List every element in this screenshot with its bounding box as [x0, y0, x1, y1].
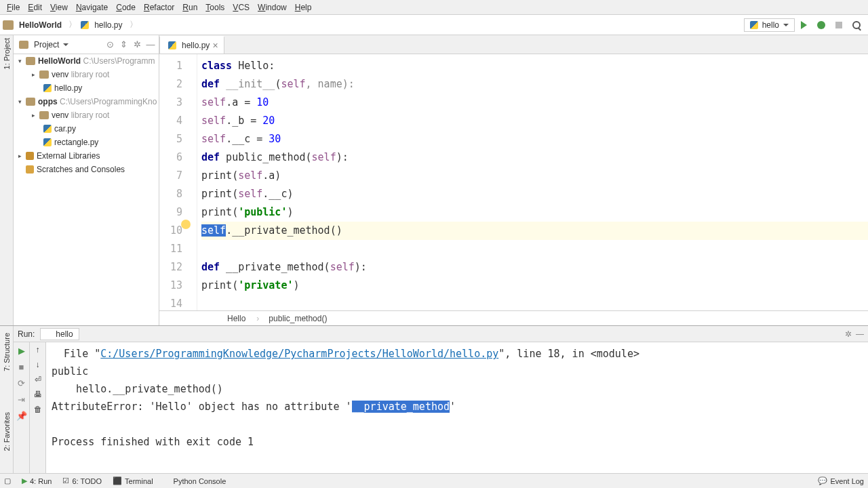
folder-icon [26, 57, 35, 65]
search-everywhere-button[interactable] [849, 18, 864, 33]
menu-code[interactable]: Code [112, 1, 140, 14]
code-editor[interactable]: 1234567891011121314 class Hello: def __i… [159, 54, 868, 310]
tree-opps[interactable]: opps [38, 97, 58, 106]
bottom-tool-stripe: ▢ ▶4: Run ☑6: TODO ⬛Terminal Python Cons… [0, 473, 868, 488]
python-icon [46, 331, 53, 338]
tree-hint2: library root [71, 110, 110, 120]
menu-tools[interactable]: Tools [201, 1, 229, 14]
menu-file[interactable]: File [3, 1, 24, 14]
folder-icon [39, 111, 49, 119]
todo-tool-button[interactable]: ☑6: TODO [62, 476, 102, 485]
breadcrumb-project[interactable]: HelloWorld [16, 20, 67, 30]
tree-ext-libs[interactable]: External Libraries [37, 151, 100, 161]
menu-navigate[interactable]: Navigate [72, 1, 112, 14]
collapse-icon[interactable]: ⇕ [118, 39, 129, 50]
tree-file-rect[interactable]: rectangle.py [54, 138, 98, 147]
settings-icon[interactable]: ✲ [132, 39, 142, 50]
play-icon [801, 21, 807, 29]
chevron-icon: 〉 [128, 19, 139, 30]
tree-opps-path: C:\Users\ProgrammingKno [60, 97, 157, 106]
stop-icon [835, 22, 842, 28]
menu-refactor[interactable]: Refactor [140, 1, 178, 14]
run-tab[interactable]: hello [40, 328, 79, 340]
search-icon [852, 21, 861, 29]
run-button[interactable] [796, 18, 811, 33]
close-tab-button[interactable]: × [212, 40, 218, 51]
breadcrumb-file[interactable]: hello.py [92, 20, 127, 30]
python-file-icon [43, 84, 52, 92]
selected-self: self [201, 224, 226, 237]
tree-venv[interactable]: venv [52, 70, 68, 79]
stop-button[interactable]: ■ [16, 361, 27, 372]
run-tool-button[interactable]: ▶4: Run [22, 476, 52, 485]
menu-window[interactable]: Window [254, 1, 291, 14]
editor-pane: hello.py × 1234567891011121314 class Hel… [159, 35, 868, 325]
up-button[interactable]: ↑ [36, 345, 40, 354]
tree-file-hello[interactable]: hello.py [54, 83, 82, 93]
menu-help[interactable]: Help [291, 1, 316, 14]
pin-button[interactable]: 📌 [16, 410, 27, 421]
project-tool-button[interactable]: 1: Project [3, 38, 11, 69]
project-pane: Project ⊙ ⇕ ✲ — ▾HelloWorld C:\Users\Pro… [14, 35, 159, 325]
console-output[interactable]: File "C:/Users/ProgrammingKnowledge/Pych… [46, 342, 868, 473]
run-config-selector[interactable]: hello [744, 18, 795, 32]
menu-vcs[interactable]: VCS [229, 1, 254, 14]
terminal-tool-button[interactable]: ⬛Terminal [113, 476, 153, 485]
menu-edit[interactable]: Edit [24, 1, 46, 14]
scratch-icon [26, 165, 34, 174]
restart-button[interactable]: ⟳ [16, 378, 27, 388]
menu-view[interactable]: View [46, 1, 72, 14]
python-console-tool-button[interactable]: Python Console [164, 477, 226, 485]
event-log-button[interactable]: 💬Event Log [818, 476, 864, 485]
run-hide-icon[interactable]: — [856, 329, 864, 339]
clear-button[interactable]: 🗑 [34, 405, 42, 414]
rerun-button[interactable]: ▶ [16, 345, 27, 356]
tree-venv2[interactable]: venv [52, 110, 68, 120]
hide-icon[interactable]: — [145, 39, 156, 50]
bc-method[interactable]: public_method() [256, 314, 327, 323]
chevron-down-icon [783, 24, 789, 26]
locate-icon[interactable]: ⊙ [104, 39, 115, 50]
menu-run[interactable]: Run [178, 1, 201, 14]
selected-error-text: __private_method [352, 401, 450, 413]
tree-hint: library root [71, 70, 110, 79]
bc-class[interactable]: Hello [227, 314, 245, 323]
line-gutter: 1234567891011121314 [159, 54, 188, 310]
down-button[interactable]: ↓ [36, 360, 40, 369]
tree-file-car[interactable]: car.py [54, 124, 76, 134]
intention-bulb-icon[interactable] [181, 220, 191, 229]
stop-button[interactable] [831, 18, 846, 33]
tree-root[interactable]: HelloWorld [38, 56, 81, 66]
python-file-icon [43, 138, 52, 146]
structure-breadcrumb[interactable]: Hello public_method() [159, 310, 868, 325]
chevron-down-icon[interactable] [63, 43, 68, 46]
fold-gutter [188, 54, 197, 310]
project-tree[interactable]: ▾HelloWorld C:\Users\Programm ▸venv libr… [14, 54, 159, 325]
python-file-icon [81, 21, 89, 29]
run-tab-label: hello [56, 329, 73, 339]
menu-bar: File Edit View Navigate Code Refactor Ru… [0, 0, 868, 15]
code-area[interactable]: class Hello: def __init__(self, name): s… [197, 54, 868, 310]
favorites-tool-button[interactable]: 2: Favorites [3, 412, 11, 451]
run-label: Run: [18, 329, 35, 339]
python-icon [164, 478, 171, 485]
run-config-name: hello [762, 20, 779, 30]
project-pane-title[interactable]: Project [31, 40, 62, 49]
run-settings-icon[interactable]: ✲ [845, 329, 852, 339]
run-toolbar-secondary: ↑ ↓ ⏎ 🖶 🗑 [30, 342, 46, 473]
export-button[interactable]: ⇥ [16, 394, 27, 405]
python-file-icon [43, 125, 52, 133]
tree-scratch[interactable]: Scratches and Consoles [37, 165, 125, 174]
bug-icon [817, 21, 825, 29]
library-icon [26, 152, 34, 160]
file-link[interactable]: C:/Users/ProgrammingKnowledge/PycharmPro… [100, 348, 498, 360]
editor-tab-hello[interactable]: hello.py × [159, 36, 224, 54]
tool-toggle-button[interactable]: ▢ [4, 476, 11, 485]
print-button[interactable]: 🖶 [34, 390, 42, 399]
python-icon [750, 21, 758, 29]
structure-tool-button[interactable]: 7: Structure [3, 333, 11, 371]
project-icon [3, 20, 14, 30]
tab-label: hello.py [182, 41, 210, 50]
wrap-button[interactable]: ⏎ [35, 375, 41, 384]
debug-button[interactable] [814, 18, 829, 33]
